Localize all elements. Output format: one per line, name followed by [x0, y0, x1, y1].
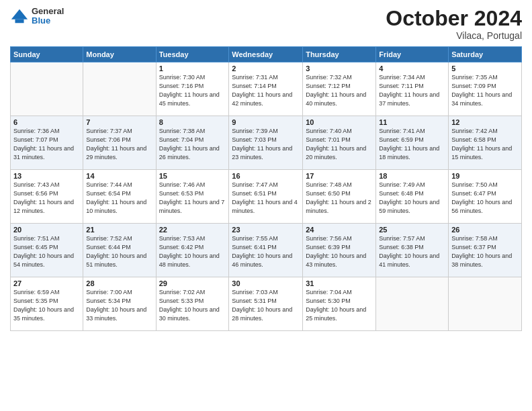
svg-rect-1	[15, 19, 24, 24]
calendar-cell: 13Sunrise: 7:43 AM Sunset: 6:56 PM Dayli…	[11, 170, 83, 224]
header: General Blue October 2024 Vilaca, Portug…	[10, 7, 522, 41]
day-number: 27	[13, 279, 80, 287]
day-number: 11	[379, 118, 445, 126]
day-info: Sunrise: 7:36 AM Sunset: 7:07 PM Dayligh…	[13, 127, 80, 162]
day-info: Sunrise: 7:51 AM Sunset: 6:45 PM Dayligh…	[13, 234, 80, 269]
calendar-cell: 2Sunrise: 7:31 AM Sunset: 7:14 PM Daylig…	[229, 62, 303, 116]
day-number: 9	[232, 118, 300, 126]
calendar-cell: 28Sunrise: 7:00 AM Sunset: 5:34 PM Dayli…	[83, 277, 156, 331]
day-info: Sunrise: 7:53 AM Sunset: 6:42 PM Dayligh…	[159, 234, 226, 269]
calendar-cell: 29Sunrise: 7:02 AM Sunset: 5:33 PM Dayli…	[156, 277, 229, 331]
calendar-week-row: 20Sunrise: 7:51 AM Sunset: 6:45 PM Dayli…	[11, 224, 522, 277]
day-info: Sunrise: 7:32 AM Sunset: 7:12 PM Dayligh…	[306, 73, 373, 108]
calendar-cell: 6Sunrise: 7:36 AM Sunset: 7:07 PM Daylig…	[11, 116, 83, 170]
logo-text: General Blue	[32, 7, 64, 26]
day-info: Sunrise: 7:55 AM Sunset: 6:41 PM Dayligh…	[232, 234, 300, 269]
day-info: Sunrise: 7:02 AM Sunset: 5:33 PM Dayligh…	[159, 288, 226, 323]
day-number: 8	[159, 118, 226, 126]
day-info: Sunrise: 7:40 AM Sunset: 7:01 PM Dayligh…	[306, 127, 373, 162]
calendar-cell: 11Sunrise: 7:41 AM Sunset: 6:59 PM Dayli…	[376, 116, 449, 170]
col-tuesday: Tuesday	[156, 47, 229, 62]
day-info: Sunrise: 7:49 AM Sunset: 6:48 PM Dayligh…	[379, 181, 445, 216]
calendar-cell: 26Sunrise: 7:58 AM Sunset: 6:37 PM Dayli…	[449, 224, 522, 277]
calendar-cell: 23Sunrise: 7:55 AM Sunset: 6:41 PM Dayli…	[229, 224, 303, 277]
calendar-header-row: Sunday Monday Tuesday Wednesday Thursday…	[11, 47, 522, 62]
calendar-week-row: 6Sunrise: 7:36 AM Sunset: 7:07 PM Daylig…	[11, 116, 522, 170]
calendar-cell: 17Sunrise: 7:48 AM Sunset: 6:50 PM Dayli…	[303, 170, 376, 224]
day-info: Sunrise: 7:57 AM Sunset: 6:38 PM Dayligh…	[379, 234, 445, 269]
day-info: Sunrise: 7:56 AM Sunset: 6:39 PM Dayligh…	[306, 234, 373, 269]
calendar-cell: 22Sunrise: 7:53 AM Sunset: 6:42 PM Dayli…	[156, 224, 229, 277]
day-info: Sunrise: 7:30 AM Sunset: 7:16 PM Dayligh…	[159, 73, 226, 108]
calendar-week-row: 27Sunrise: 6:59 AM Sunset: 5:35 PM Dayli…	[11, 277, 522, 331]
calendar-cell: 9Sunrise: 7:39 AM Sunset: 7:03 PM Daylig…	[229, 116, 303, 170]
day-number: 6	[13, 118, 80, 126]
logo-general: General	[32, 7, 64, 16]
calendar-cell: 12Sunrise: 7:42 AM Sunset: 6:58 PM Dayli…	[449, 116, 522, 170]
calendar-cell	[449, 277, 522, 331]
col-saturday: Saturday	[449, 47, 522, 62]
day-info: Sunrise: 7:04 AM Sunset: 5:30 PM Dayligh…	[306, 288, 373, 323]
day-number: 15	[159, 172, 226, 180]
day-info: Sunrise: 7:34 AM Sunset: 7:11 PM Dayligh…	[379, 73, 445, 108]
day-number: 2	[232, 64, 300, 73]
col-thursday: Thursday	[303, 47, 376, 62]
day-info: Sunrise: 7:42 AM Sunset: 6:58 PM Dayligh…	[451, 127, 519, 162]
day-number: 10	[306, 118, 373, 126]
day-info: Sunrise: 7:41 AM Sunset: 6:59 PM Dayligh…	[379, 127, 445, 162]
logo-icon	[10, 7, 29, 26]
day-info: Sunrise: 7:35 AM Sunset: 7:09 PM Dayligh…	[451, 73, 519, 108]
day-info: Sunrise: 7:48 AM Sunset: 6:50 PM Dayligh…	[306, 181, 373, 216]
day-number: 12	[451, 118, 519, 126]
day-info: Sunrise: 6:59 AM Sunset: 5:35 PM Dayligh…	[13, 288, 80, 323]
day-number: 25	[379, 226, 445, 234]
day-number: 7	[86, 118, 152, 126]
day-number: 21	[86, 226, 152, 234]
calendar-cell: 18Sunrise: 7:49 AM Sunset: 6:48 PM Dayli…	[376, 170, 449, 224]
day-number: 29	[159, 279, 226, 287]
calendar-cell: 8Sunrise: 7:38 AM Sunset: 7:04 PM Daylig…	[156, 116, 229, 170]
calendar-cell: 7Sunrise: 7:37 AM Sunset: 7:06 PM Daylig…	[83, 116, 156, 170]
logo: General Blue	[10, 7, 64, 26]
calendar-cell: 19Sunrise: 7:50 AM Sunset: 6:47 PM Dayli…	[449, 170, 522, 224]
calendar-cell	[376, 277, 449, 331]
day-info: Sunrise: 7:37 AM Sunset: 7:06 PM Dayligh…	[86, 127, 152, 162]
day-number: 14	[86, 172, 152, 180]
day-number: 4	[379, 64, 445, 73]
calendar-week-row: 1Sunrise: 7:30 AM Sunset: 7:16 PM Daylig…	[11, 62, 522, 116]
day-info: Sunrise: 7:58 AM Sunset: 6:37 PM Dayligh…	[451, 234, 519, 269]
day-info: Sunrise: 7:00 AM Sunset: 5:34 PM Dayligh…	[86, 288, 152, 323]
day-number: 17	[306, 172, 373, 180]
day-info: Sunrise: 7:46 AM Sunset: 6:53 PM Dayligh…	[159, 181, 226, 216]
day-number: 24	[306, 226, 373, 234]
day-info: Sunrise: 7:50 AM Sunset: 6:47 PM Dayligh…	[451, 181, 519, 216]
calendar-cell: 3Sunrise: 7:32 AM Sunset: 7:12 PM Daylig…	[303, 62, 376, 116]
day-info: Sunrise: 7:38 AM Sunset: 7:04 PM Dayligh…	[159, 127, 226, 162]
calendar-cell: 15Sunrise: 7:46 AM Sunset: 6:53 PM Dayli…	[156, 170, 229, 224]
calendar-cell: 20Sunrise: 7:51 AM Sunset: 6:45 PM Dayli…	[11, 224, 83, 277]
col-wednesday: Wednesday	[229, 47, 303, 62]
day-info: Sunrise: 7:47 AM Sunset: 6:51 PM Dayligh…	[232, 181, 300, 216]
calendar-cell: 16Sunrise: 7:47 AM Sunset: 6:51 PM Dayli…	[229, 170, 303, 224]
day-number: 1	[159, 64, 226, 73]
calendar-cell: 1Sunrise: 7:30 AM Sunset: 7:16 PM Daylig…	[156, 62, 229, 116]
day-number: 13	[13, 172, 80, 180]
col-friday: Friday	[376, 47, 449, 62]
calendar-cell: 27Sunrise: 6:59 AM Sunset: 5:35 PM Dayli…	[11, 277, 83, 331]
day-number: 5	[451, 64, 519, 73]
day-info: Sunrise: 7:39 AM Sunset: 7:03 PM Dayligh…	[232, 127, 300, 162]
calendar-cell: 31Sunrise: 7:04 AM Sunset: 5:30 PM Dayli…	[303, 277, 376, 331]
svg-marker-0	[11, 9, 28, 19]
calendar-cell: 4Sunrise: 7:34 AM Sunset: 7:11 PM Daylig…	[376, 62, 449, 116]
day-info: Sunrise: 7:03 AM Sunset: 5:31 PM Dayligh…	[232, 288, 300, 323]
calendar-cell: 21Sunrise: 7:52 AM Sunset: 6:44 PM Dayli…	[83, 224, 156, 277]
day-number: 20	[13, 226, 80, 234]
calendar-table: Sunday Monday Tuesday Wednesday Thursday…	[10, 46, 522, 331]
day-number: 23	[232, 226, 300, 234]
day-number: 3	[306, 64, 373, 73]
calendar-cell: 24Sunrise: 7:56 AM Sunset: 6:39 PM Dayli…	[303, 224, 376, 277]
day-number: 22	[159, 226, 226, 234]
day-number: 28	[86, 279, 152, 287]
calendar-cell	[11, 62, 83, 116]
day-info: Sunrise: 7:43 AM Sunset: 6:56 PM Dayligh…	[13, 181, 80, 216]
